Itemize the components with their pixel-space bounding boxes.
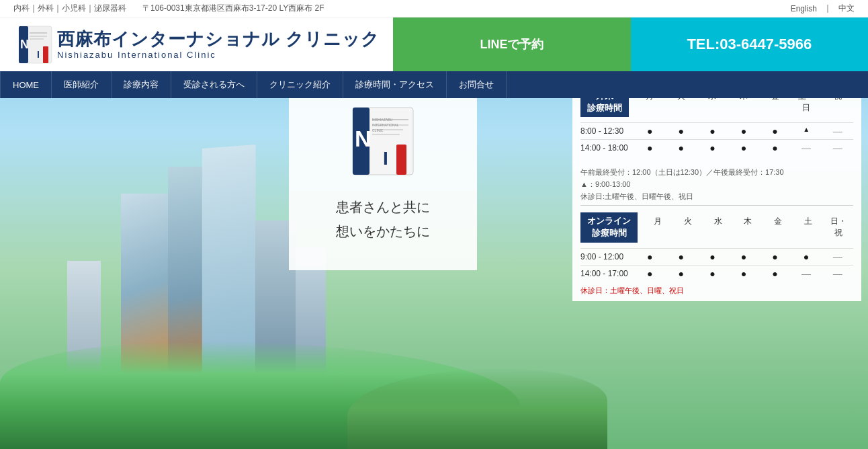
dot-fri-am: ● — [766, 126, 785, 136]
logo-area: N I 西麻布インターナショナル クリニック Nishiazabu Intern… — [0, 17, 393, 71]
online-dot-wed-am: ● — [703, 251, 722, 262]
online-day-sun-hol: 日・祝 — [829, 216, 848, 239]
nav-hours[interactable]: 診療時間・アクセス — [343, 71, 447, 98]
nav-home[interactable]: HOME — [0, 71, 52, 98]
online-day-fri: 金 — [769, 216, 787, 239]
lang-separator: ｜ — [824, 3, 832, 14]
top-bar-lang: English ｜ 中文 — [791, 3, 855, 14]
online-dot-sat-am: ● — [797, 251, 816, 262]
dot-hol-pm: — — [828, 142, 847, 153]
tagline-line2: 想いをかたちに — [336, 219, 430, 243]
online-dot-fri-pm: ● — [766, 268, 785, 279]
dot-wed-pm: ● — [703, 142, 722, 153]
nav-contact[interactable]: お問合せ — [447, 71, 507, 98]
dot-sat-am: ▲ — [797, 126, 816, 136]
online-dot-sun-am: — — [828, 251, 847, 262]
afternoon-time: 14:00 - 18:00 — [580, 143, 634, 153]
departments-label: 内科｜外科｜小児科｜泌尿器科 — [13, 3, 126, 14]
svg-text:N: N — [355, 126, 372, 151]
dot-fri-pm: ● — [766, 142, 785, 153]
hero-logo-icon: N I NISHIAZABU INTERNATIONAL CLINIC — [343, 101, 423, 181]
svg-text:INTERNATIONAL: INTERNATIONAL — [372, 123, 399, 127]
svg-rect-3 — [43, 46, 48, 63]
svg-text:NISHIAZABU: NISHIAZABU — [372, 118, 392, 122]
online-closed-note: 休診日：土曜午後、日曜、祝日 — [572, 284, 861, 301]
afternoon-dots: ● ● ● ● ● — — — [634, 142, 853, 153]
tel-button[interactable]: TEL:03-6447-5966 — [631, 17, 868, 71]
online-day-thu: 木 — [738, 216, 757, 239]
online-schedule-section: オンライン 診療時間 月 火 水 木 金 土 日・祝 9:00 - 12:00 … — [572, 206, 861, 284]
header: N I 西麻布インターナショナル クリニック Nishiazabu Intern… — [0, 17, 868, 71]
online-dot-wed-pm: ● — [703, 268, 722, 279]
online-day-tue: 火 — [679, 216, 697, 239]
morning-dots: ● ● ● ● ● ▲ — — [634, 126, 853, 136]
dot-mon-pm: ● — [640, 142, 659, 153]
online-dot-fri-am: ● — [766, 251, 785, 262]
online-header-row: オンライン 診療時間 月 火 水 木 金 土 日・祝 — [580, 212, 853, 242]
dot-wed-am: ● — [703, 126, 722, 136]
top-bar-info: 内科｜外科｜小児科｜泌尿器科 〒106-0031東京都港区西麻布3-17-20 … — [13, 3, 324, 14]
clinic-name-en: Nishiazabu International Clinic — [57, 50, 380, 60]
dot-thu-pm: ● — [734, 142, 753, 153]
lang-cn[interactable]: 中文 — [838, 3, 855, 14]
online-dot-mon-pm: ● — [640, 268, 659, 279]
online-title: オンライン 診療時間 — [580, 212, 638, 242]
line-booking-button[interactable]: LINEで予約 — [393, 17, 630, 71]
online-day-wed: 水 — [709, 216, 728, 239]
online-row-afternoon: 14:00 - 17:00 ● ● ● ● ● — — — [580, 265, 853, 282]
action-buttons: LINEで予約 TEL:03-6447-5966 — [393, 17, 868, 71]
hero-content-box: N I NISHIAZABU INTERNATIONAL CLINIC 患者さん… — [289, 81, 477, 270]
online-dot-tue-pm: ● — [672, 268, 691, 279]
nav-doctors[interactable]: 医師紹介 — [52, 71, 112, 98]
online-dot-thu-am: ● — [734, 251, 753, 262]
dot-tue-am: ● — [672, 126, 691, 136]
dot-tue-pm: ● — [672, 142, 691, 153]
main-navigation: HOME 医師紹介 診療内容 受診される方へ クリニック紹介 診療時間・アクセス… — [0, 71, 868, 98]
dot-mon-am: ● — [640, 126, 659, 136]
nav-about[interactable]: クリニック紹介 — [257, 71, 343, 98]
top-section: 内科｜外科｜小児科｜泌尿器科 〒106-0031東京都港区西麻布3-17-20 … — [0, 0, 868, 98]
dot-hol-am: — — [828, 126, 847, 136]
schedule-panel: 外来 診療時間 月 火 水 木 金 土・日 祝 8:00 - 12:30 ● — [572, 81, 861, 301]
online-day-mon: 月 — [648, 216, 667, 239]
page-wrapper: 内科｜外科｜小児科｜泌尿器科 〒106-0031東京都港区西麻布3-17-20 … — [0, 0, 868, 449]
lang-en[interactable]: English — [791, 4, 817, 13]
svg-text:N: N — [20, 38, 29, 51]
svg-text:CLINIC: CLINIC — [372, 128, 384, 132]
online-day-labels: 月 火 水 木 金 土 日・祝 — [643, 216, 853, 239]
svg-text:I: I — [383, 148, 388, 169]
clinic-logo-icon: N I — [13, 23, 57, 67]
clinic-name-jp: 西麻布インターナショナル クリニック — [57, 29, 380, 50]
outpatient-note: 午前最終受付：12:00（土日は12:30）／午後最終受付：17:30 ▲：9:… — [572, 163, 861, 205]
tagline-line1: 患者さんと共に — [336, 195, 430, 219]
dot-thu-am: ● — [734, 126, 753, 136]
logo-text: 西麻布インターナショナル クリニック Nishiazabu Internatio… — [57, 29, 380, 60]
outpatient-row-morning: 8:00 - 12:30 ● ● ● ● ● ▲ — — [580, 122, 853, 139]
online-afternoon-time: 14:00 - 17:00 — [580, 269, 634, 278]
nav-services[interactable]: 診療内容 — [112, 71, 171, 98]
dot-sat-pm: — — [797, 142, 816, 153]
hero-tagline: 患者さんと共に 想いをかたちに — [336, 195, 430, 243]
svg-rect-11 — [396, 145, 406, 175]
address-label: 〒106-0031東京都港区西麻布3-17-20 LY西麻布 2F — [142, 3, 324, 14]
online-row-morning: 9:00 - 12:00 ● ● ● ● ● ● — — [580, 248, 853, 265]
morning-time: 8:00 - 12:30 — [580, 126, 634, 136]
online-dot-thu-pm: ● — [734, 268, 753, 279]
outpatient-row-afternoon: 14:00 - 18:00 ● ● ● ● ● — — — [580, 139, 853, 156]
svg-text:I: I — [37, 49, 40, 60]
online-morning-time: 9:00 - 12:00 — [580, 252, 634, 261]
online-day-sat: 土 — [799, 216, 818, 239]
online-dot-sat-pm: — — [797, 268, 816, 279]
online-dot-sun-pm: — — [828, 268, 847, 279]
online-afternoon-dots: ● ● ● ● ● — — — [634, 268, 853, 279]
online-dot-tue-am: ● — [672, 251, 691, 262]
online-morning-dots: ● ● ● ● ● ● — — [634, 251, 853, 262]
online-dot-mon-am: ● — [640, 251, 659, 262]
top-bar: 内科｜外科｜小児科｜泌尿器科 〒106-0031東京都港区西麻布3-17-20 … — [0, 0, 868, 17]
nav-patients[interactable]: 受診される方へ — [171, 71, 257, 98]
